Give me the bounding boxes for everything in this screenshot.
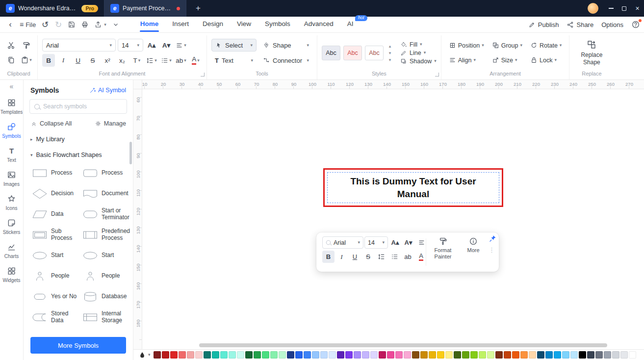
color-swatch[interactable] <box>579 351 586 359</box>
drag-handle-dots-icon[interactable]: ⋮ <box>489 246 495 254</box>
color-swatch[interactable] <box>629 351 636 359</box>
pin-icon[interactable] <box>489 234 497 243</box>
color-swatch[interactable] <box>404 351 411 359</box>
user-avatar[interactable] <box>588 3 598 14</box>
color-swatch[interactable] <box>287 351 294 359</box>
color-swatch[interactable] <box>379 351 386 359</box>
export-button[interactable]: ▾ <box>92 18 109 31</box>
color-swatch[interactable] <box>504 351 511 359</box>
color-swatch[interactable] <box>304 351 311 359</box>
lock-button[interactable]: Lock ▾ <box>527 54 565 67</box>
redo-button[interactable]: ↻ <box>52 18 65 31</box>
connector-tool-button[interactable]: Connector ▾ <box>259 54 312 67</box>
color-swatch[interactable] <box>329 351 336 359</box>
file-menu-button[interactable]: ≡ File <box>17 18 38 31</box>
menu-tab-insert[interactable]: Insert <box>166 17 195 32</box>
color-swatch[interactable] <box>445 351 453 359</box>
copy-button[interactable] <box>4 54 18 67</box>
sidebar-item-images[interactable]: Images <box>0 166 23 190</box>
text-color-button[interactable]: T ▾ <box>130 54 143 67</box>
color-swatch[interactable] <box>220 351 228 359</box>
color-swatch[interactable] <box>362 351 369 359</box>
document-tab[interactable]: e Payment Processi... <box>104 0 186 17</box>
menu-tab-symbols[interactable]: Symbols <box>258 17 297 32</box>
symbol-sub-process[interactable]: Sub Process <box>31 227 79 243</box>
popup-char-spacing-button[interactable]: ab <box>402 251 414 263</box>
symbol-process[interactable]: Process <box>31 165 79 181</box>
new-tab-button[interactable]: + <box>192 3 204 13</box>
group-my-library[interactable]: ▸ My Library <box>30 131 131 147</box>
color-swatch[interactable] <box>587 351 594 359</box>
save-button[interactable] <box>65 18 78 31</box>
fill-button[interactable]: Fill ▾ <box>400 41 437 48</box>
color-swatch[interactable] <box>429 351 436 359</box>
share-button[interactable]: Share <box>567 21 593 28</box>
expand-dialog-icon[interactable] <box>435 73 439 77</box>
help-button[interactable] <box>631 20 640 29</box>
fill-color-droplet-icon[interactable] <box>138 351 146 359</box>
sidebar-item-symbols[interactable]: Symbols <box>0 118 23 142</box>
popup-bold-button[interactable]: B <box>322 251 335 263</box>
italic-button[interactable]: I <box>57 54 70 67</box>
color-swatch[interactable] <box>512 351 519 359</box>
position-button[interactable]: Position ▾ <box>446 39 487 52</box>
style-swatch-3[interactable]: Abc <box>365 46 384 60</box>
symbol-decision[interactable]: Decision <box>31 185 79 202</box>
symbol-data[interactable]: Data <box>31 206 79 222</box>
color-swatch[interactable] <box>437 351 444 359</box>
symbol-people[interactable]: People <box>82 268 130 284</box>
more-symbols-button[interactable]: More Symbols <box>30 337 126 354</box>
print-button[interactable] <box>78 18 91 31</box>
superscript-button[interactable]: x² <box>101 54 114 67</box>
collapse-panel-button[interactable]: « <box>10 82 14 94</box>
popup-strikethrough-button[interactable]: S <box>362 251 374 263</box>
popup-italic-button[interactable]: I <box>335 251 348 263</box>
selected-text-shape[interactable]: This is Dummy Text for User Manual <box>323 168 503 207</box>
line-button[interactable]: Line ▾ <box>400 50 437 56</box>
rotate-button[interactable]: Rotate ▾ <box>527 39 565 52</box>
ai-symbol-link[interactable]: AI Symbol <box>89 87 126 94</box>
minimize-button[interactable] <box>604 0 618 17</box>
color-swatch[interactable] <box>479 351 486 359</box>
symbol-database[interactable]: Database <box>82 288 130 305</box>
color-swatch[interactable] <box>262 351 269 359</box>
publish-button[interactable]: Publish <box>528 21 559 28</box>
style-swatch-1[interactable]: Abc <box>322 46 340 60</box>
cut-button[interactable] <box>4 39 18 52</box>
symbol-people[interactable]: People <box>31 268 79 284</box>
color-swatch[interactable] <box>162 351 169 359</box>
color-swatch[interactable] <box>229 351 236 359</box>
paste-button[interactable]: ▾ <box>20 54 33 67</box>
color-swatch[interactable] <box>462 351 469 359</box>
font-color-button[interactable]: A ▾ <box>189 54 202 67</box>
select-tool-button[interactable]: Select ▾ <box>211 39 257 51</box>
color-swatch[interactable] <box>270 351 278 359</box>
symbol-predefined-process[interactable]: Predefined Process <box>82 227 130 243</box>
sidebar-item-text[interactable]: TText <box>0 142 23 166</box>
color-swatch[interactable] <box>279 351 286 359</box>
popup-underline-button[interactable]: U <box>349 251 361 263</box>
menu-tab-ai[interactable]: AIhot <box>341 17 360 32</box>
symbol-document[interactable]: Document <box>82 185 130 202</box>
menu-tab-view[interactable]: View <box>231 17 258 32</box>
size-button[interactable]: Size ▾ <box>489 54 525 67</box>
shape-text[interactable]: This is Dummy Text for User Manual <box>340 175 487 200</box>
app-tab[interactable]: e Wondershare EdrawMax Pro <box>0 0 104 17</box>
color-swatch[interactable] <box>212 351 219 359</box>
undo-button[interactable]: ↺ <box>39 18 52 31</box>
color-swatch[interactable] <box>354 351 361 359</box>
popup-bullet-list-button[interactable] <box>388 251 401 263</box>
menu-tab-design[interactable]: Design <box>196 17 230 32</box>
color-swatch[interactable] <box>395 351 403 359</box>
color-swatch[interactable] <box>170 351 178 359</box>
color-swatch[interactable] <box>179 351 186 359</box>
color-swatch[interactable] <box>537 351 544 359</box>
bold-button[interactable]: B <box>42 54 55 67</box>
style-swatch-2[interactable]: Abc <box>343 46 362 60</box>
color-swatch[interactable] <box>454 351 461 359</box>
color-swatch[interactable] <box>295 351 303 359</box>
line-spacing-button[interactable]: ▾ <box>145 54 158 67</box>
subscript-button[interactable]: x₂ <box>116 54 129 67</box>
sidebar-item-stickers[interactable]: Stickers <box>0 214 23 238</box>
color-swatch[interactable] <box>195 351 203 359</box>
